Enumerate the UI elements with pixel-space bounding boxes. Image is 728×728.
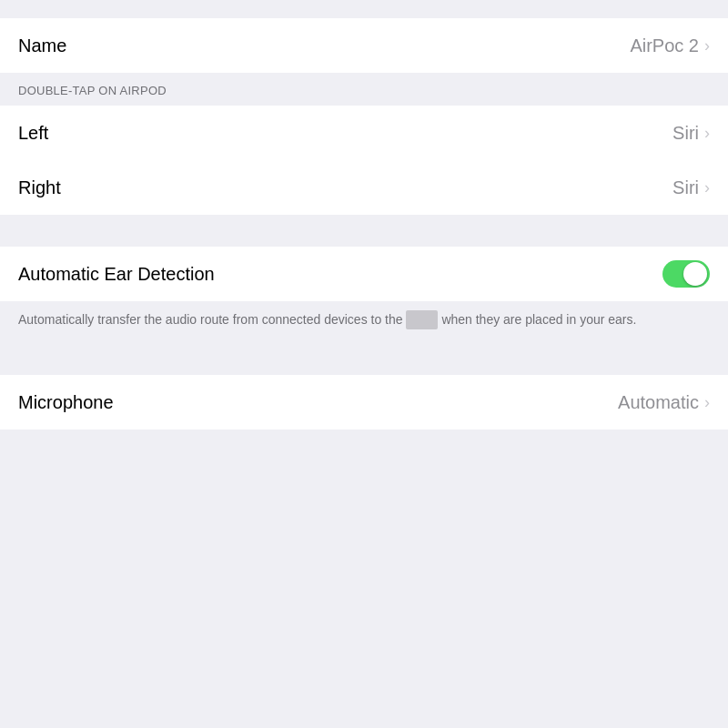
- left-row[interactable]: Left Siri ›: [0, 106, 728, 160]
- microphone-row[interactable]: Microphone Automatic ›: [0, 375, 728, 430]
- ear-detection-description: Automatically transfer the audio route f…: [0, 301, 728, 343]
- left-label: Left: [18, 123, 48, 144]
- microphone-chevron-icon: ›: [704, 393, 710, 412]
- double-tap-section-header: DOUBLE-TAP ON AIRPOD: [0, 73, 728, 106]
- name-label: Name: [18, 35, 66, 56]
- blurred-device-name: [406, 310, 438, 329]
- description-text: Automatically transfer the audio route f…: [18, 312, 636, 327]
- spacer-2: [0, 343, 728, 375]
- section-header-text: DOUBLE-TAP ON AIRPOD: [18, 84, 167, 97]
- settings-page: Name AirPoc 2 › DOUBLE-TAP ON AIRPOD Lef…: [0, 0, 728, 430]
- double-tap-group: Left Siri › Right Siri ›: [0, 106, 728, 215]
- name-chevron-icon: ›: [704, 36, 710, 56]
- left-value-group: Siri ›: [672, 123, 710, 144]
- right-value: Siri: [672, 177, 699, 198]
- top-spacer: [0, 0, 728, 18]
- right-chevron-icon: ›: [704, 178, 710, 197]
- automatic-ear-detection-label: Automatic Ear Detection: [18, 264, 215, 285]
- name-group: Name AirPoc 2 ›: [0, 18, 728, 73]
- microphone-group: Microphone Automatic ›: [0, 375, 728, 430]
- left-chevron-icon: ›: [704, 124, 710, 143]
- right-row[interactable]: Right Siri ›: [0, 160, 728, 215]
- automatic-ear-detection-row[interactable]: Automatic Ear Detection: [0, 247, 728, 301]
- name-value: AirPoc 2: [630, 35, 699, 56]
- microphone-value-group: Automatic ›: [618, 392, 710, 413]
- spacer-1: [0, 215, 728, 247]
- name-value-group: AirPoc 2 ›: [630, 35, 710, 56]
- ear-detection-group: Automatic Ear Detection: [0, 247, 728, 301]
- microphone-value: Automatic: [618, 392, 699, 413]
- right-label: Right: [18, 177, 61, 198]
- right-value-group: Siri ›: [672, 177, 710, 198]
- automatic-ear-detection-toggle[interactable]: [662, 260, 710, 288]
- microphone-label: Microphone: [18, 392, 114, 413]
- name-row[interactable]: Name AirPoc 2 ›: [0, 18, 728, 73]
- toggle-thumb: [683, 262, 707, 286]
- left-value: Siri: [672, 123, 699, 144]
